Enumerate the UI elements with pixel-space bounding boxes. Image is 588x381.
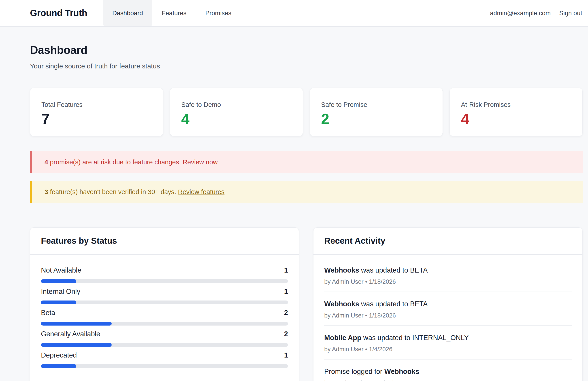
stat-card-at-risk-promises: At-Risk Promises 4 (449, 88, 583, 136)
status-row-internal-only: Internal Only 1 (41, 287, 288, 304)
status-label: Deprecated (41, 351, 77, 359)
status-bar-fill (41, 279, 76, 283)
status-row-not-available: Not Available 1 (41, 266, 288, 283)
user-email: admin@example.com (490, 10, 551, 17)
app-brand: Ground Truth (30, 0, 87, 26)
recent-activity-panel: Recent Activity Webhooks was updated to … (313, 227, 583, 381)
top-nav: Ground Truth Dashboard Features Promises… (0, 0, 588, 27)
stat-label: Total Features (42, 101, 152, 108)
status-row-beta: Beta 2 (41, 309, 288, 325)
stat-card-safe-to-demo: Safe to Demo 4 (170, 88, 303, 136)
stat-cards-row: Total Features 7 Safe to Demo 4 Safe to … (30, 88, 583, 136)
status-bar-fill (41, 343, 112, 347)
activity-item: Mobile App was updated to INTERNAL_ONLY … (324, 325, 572, 359)
stat-value: 7 (42, 112, 152, 126)
recent-activity-list: Webhooks was updated to BETA by Admin Us… (314, 255, 582, 381)
activity-title: Webhooks was updated to BETA (324, 266, 572, 274)
activity-meta: by Admin User • 1/18/2026 (324, 312, 572, 319)
status-bar-fill (41, 322, 112, 325)
alert-text: feature(s) haven't been verified in 30+ … (48, 188, 178, 195)
status-label: Generally Available (41, 330, 100, 338)
page-header: Dashboard Your single source of truth fo… (30, 27, 583, 70)
status-bar-track (41, 343, 288, 347)
status-bar-fill (41, 301, 76, 304)
activity-item: Promise logged for Webhooks by Sarah Eng… (324, 359, 572, 381)
alert-count: 3 (44, 188, 48, 195)
recent-activity-title: Recent Activity (324, 236, 572, 246)
stat-label: At-Risk Promises (461, 101, 571, 108)
stat-card-safe-to-promise: Safe to Promise 2 (310, 88, 443, 136)
status-row-deprecated: Deprecated 1 (41, 351, 288, 368)
activity-meta: by Admin User • 1/18/2026 (324, 278, 572, 285)
status-bar-track (41, 301, 288, 304)
review-features-link[interactable]: Review features (178, 188, 224, 195)
activity-title: Webhooks was updated to BETA (324, 300, 572, 308)
activity-title: Promise logged for Webhooks (324, 368, 572, 376)
activity-item: Webhooks was updated to BETA by Admin Us… (324, 292, 572, 325)
status-bar-fill (41, 364, 76, 368)
activity-title: Mobile App was updated to INTERNAL_ONLY (324, 334, 572, 342)
status-label: Not Available (41, 266, 81, 274)
status-bar-track (41, 364, 288, 368)
status-label: Beta (41, 309, 55, 317)
alert-text: promise(s) are at risk due to feature ch… (48, 159, 183, 166)
recent-activity-header: Recent Activity (314, 228, 582, 255)
at-risk-promises-alert: 4 promise(s) are at risk due to feature … (30, 151, 583, 173)
nav-right: admin@example.com Sign out (490, 0, 582, 26)
page-title: Dashboard (30, 44, 583, 57)
nav-tab-promises[interactable]: Promises (196, 0, 241, 26)
status-bar-track (41, 279, 288, 283)
review-now-link[interactable]: Review now (183, 159, 217, 166)
features-by-status-title: Features by Status (41, 236, 288, 246)
stat-card-total-features: Total Features 7 (30, 88, 163, 136)
status-count: 1 (284, 266, 288, 274)
unverified-features-alert: 3 feature(s) haven't been verified in 30… (30, 181, 583, 203)
status-count: 2 (284, 330, 288, 338)
stat-label: Safe to Demo (181, 101, 292, 108)
nav-tab-dashboard[interactable]: Dashboard (103, 0, 152, 26)
stat-value: 4 (181, 112, 292, 126)
status-row-generally-available: Generally Available 2 (41, 330, 288, 347)
features-by-status-header: Features by Status (30, 228, 299, 255)
stat-value: 2 (321, 112, 431, 126)
panels-row: Features by Status Not Available 1 Inter… (30, 227, 583, 381)
status-label: Internal Only (41, 287, 80, 296)
page-subtitle: Your single source of truth for feature … (30, 62, 583, 70)
status-count: 1 (284, 351, 288, 359)
nav-tab-features[interactable]: Features (152, 0, 196, 26)
activity-meta: by Admin User • 1/4/2026 (324, 346, 572, 353)
status-count: 2 (284, 309, 288, 317)
features-by-status-panel: Features by Status Not Available 1 Inter… (30, 227, 299, 381)
activity-meta: by Sarah Engineer • 1/17/2026 (324, 380, 572, 381)
status-count: 1 (284, 287, 288, 296)
features-by-status-list: Not Available 1 Internal Only 1 (30, 255, 299, 368)
status-bar-track (41, 322, 288, 325)
nav-tabs: Dashboard Features Promises (103, 0, 241, 26)
activity-item: Webhooks was updated to BETA by Admin Us… (324, 255, 572, 292)
alert-count: 4 (44, 159, 48, 166)
sign-out-button[interactable]: Sign out (559, 10, 582, 17)
dashboard-page: Ground Truth Dashboard Features Promises… (0, 0, 588, 381)
stat-value: 4 (461, 112, 571, 126)
stat-label: Safe to Promise (321, 101, 431, 108)
